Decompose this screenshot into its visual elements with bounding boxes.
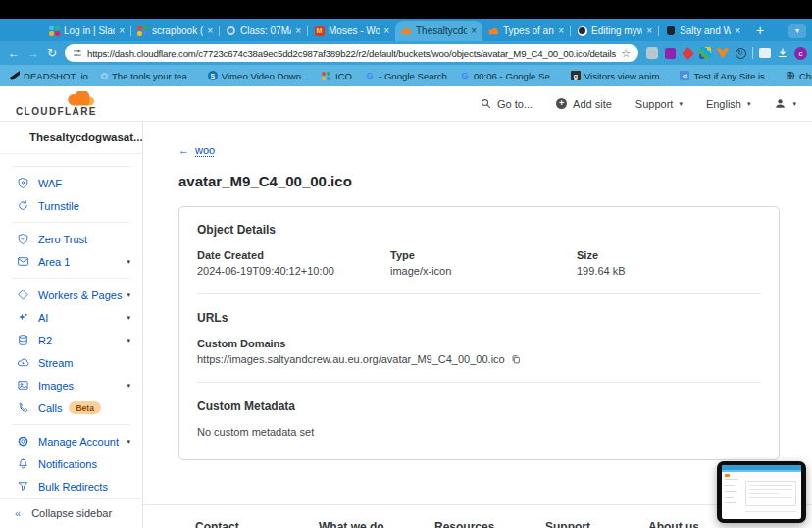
side-panel-icon[interactable] (759, 48, 771, 58)
bookmark-visitors[interactable]: gVisitors view anim... (571, 71, 668, 81)
copy-icon[interactable] (511, 354, 521, 365)
bookmark-test-site[interactable]: ctTest if Any Site is... (680, 71, 773, 81)
screenshot-extension-icon[interactable] (646, 47, 658, 59)
beta-badge: Beta (69, 401, 100, 414)
tab-scrapbook[interactable]: scrapbook (Chan × (131, 21, 219, 41)
url-text: https://dash.cloudflare.com/c7723c674c38… (87, 48, 616, 59)
chevron-down-icon: ▾ (747, 100, 751, 108)
date-created-label: Date Created (197, 249, 390, 261)
visitors-icon: g (571, 71, 581, 80)
sidebar-item-bulk-redirects[interactable]: Bulk Redirects (0, 475, 142, 498)
red-diamond-extension-icon[interactable] (682, 47, 694, 60)
chevron-down-icon[interactable]: ▾ (127, 291, 130, 299)
footer-heading: Resources (434, 520, 545, 528)
cloudflare-logo[interactable]: CLOUDFLARE (16, 91, 97, 117)
tab-cloudflare-active[interactable]: Thesaltycdogwa × (395, 21, 482, 41)
sidebar-item-area1[interactable]: Area 1 ▾ (0, 250, 142, 273)
sidebar-item-ai[interactable]: AI ▾ (0, 306, 142, 329)
screen-share-pip-window[interactable] (717, 461, 806, 523)
search-icon (481, 98, 491, 109)
moses-favicon: M (314, 26, 325, 36)
custom-metadata-empty: No custom metadata set (197, 426, 761, 438)
bookmark-ico[interactable]: ICO (322, 71, 352, 81)
cloudflare-favicon (488, 26, 499, 36)
github-favicon (577, 26, 587, 36)
bookmark-vimeo[interactable]: SVimeo Video Down... (208, 71, 309, 81)
tab-slack[interactable]: Log in | Slack × (43, 21, 130, 41)
bookmark-tools[interactable]: The tools your tea... (101, 71, 195, 81)
bookmark-google-search[interactable]: G- Google Search (365, 71, 447, 81)
close-icon[interactable]: × (558, 26, 564, 36)
close-icon[interactable]: × (383, 26, 389, 36)
back-to-bucket-link[interactable]: ← woo (178, 144, 812, 156)
page-title: avatar_M9_C4_00_00.ico (178, 173, 812, 189)
diamond-icon (16, 289, 29, 302)
footer-heading: Support (545, 520, 648, 528)
image-icon (16, 379, 29, 393)
close-icon[interactable]: × (295, 26, 301, 36)
chevron-down-icon[interactable]: ▾ (127, 438, 130, 446)
tab-moses[interactable]: M Moses - World H × (308, 21, 395, 41)
metamask-extension-icon[interactable] (717, 48, 729, 59)
chevron-down-icon[interactable]: ▾ (127, 258, 130, 266)
account-name[interactable]: Thesaltycdogwasat... (0, 122, 142, 154)
sidebar-item-manage-account[interactable]: Manage Account ▾ (0, 430, 142, 452)
bookmark-star-icon[interactable]: ☆ (621, 47, 631, 60)
sidebar-item-stream[interactable]: Stream (0, 351, 142, 374)
downloads-icon[interactable] (777, 47, 788, 59)
main-content: ← woo avatar_M9_C4_00_00.ico Object Deta… (143, 122, 812, 528)
user-menu[interactable]: ▾ (774, 97, 796, 110)
tab-title: Thesaltycdogwa (416, 26, 467, 36)
goto-search[interactable]: Go to... (481, 98, 533, 110)
site-settings-icon[interactable] (73, 48, 82, 58)
close-icon[interactable]: × (471, 26, 477, 36)
address-bar[interactable]: https://dash.cloudflare.com/c7723c674c38… (65, 44, 638, 62)
date-created-value: 2024-06-19T09:40:12+10:00 (197, 265, 390, 277)
slack-favicon (49, 26, 60, 36)
gear-icon (16, 435, 29, 449)
add-site-button[interactable]: + Add site (556, 98, 612, 110)
tab-github[interactable]: Editing mywebpa × (571, 21, 658, 41)
tab-search-chevron-button[interactable]: ▾ (788, 24, 806, 38)
close-icon[interactable]: × (119, 26, 125, 36)
history-extension-icon[interactable]: ↻ (736, 48, 746, 59)
bookmark-china-firewall[interactable]: China Firewall Test... (786, 71, 812, 81)
tab-class[interactable]: Class: 07MAT4 | × (220, 21, 307, 41)
close-icon[interactable]: × (735, 26, 740, 36)
back-icon[interactable]: ← (8, 47, 20, 59)
shield-check-icon (16, 233, 29, 246)
page-footer: Contact Contact support↗ What we do Plan… (143, 504, 812, 528)
sidebar-item-r2[interactable]: R2 ▾ (0, 329, 142, 351)
pip-mini-page (722, 465, 801, 519)
mosaic-extension-icon[interactable] (699, 47, 711, 59)
chevron-down-icon[interactable]: ▾ (127, 382, 130, 390)
vimeo-icon: S (208, 71, 218, 80)
close-icon[interactable]: × (207, 26, 213, 36)
type-label: Type (390, 249, 577, 261)
sidebar-item-images[interactable]: Images ▾ (0, 374, 142, 396)
profile-avatar[interactable]: c (794, 47, 807, 60)
chevron-down-icon[interactable]: ▾ (127, 314, 130, 322)
sidebar-item-notifications[interactable]: Notifications (0, 452, 142, 475)
chevron-down-icon[interactable]: ▾ (127, 337, 130, 344)
new-tab-button[interactable]: + (756, 23, 764, 38)
tab-title: Log in | Slack (64, 26, 115, 36)
sidebar-item-workers-pages[interactable]: Workers & Pages ▾ (0, 284, 142, 306)
collapse-sidebar-button[interactable]: « Collapse sidebar (0, 498, 142, 528)
tab-salty-wills[interactable]: Salty and Wills's × (659, 21, 746, 41)
tab-types-of-analytics[interactable]: Types of analytic × (482, 21, 570, 41)
bookmark-google-search-2[interactable]: G00:06 - Google Se... (460, 71, 558, 81)
sidebar-item-zero-trust[interactable]: Zero Trust (0, 228, 142, 250)
language-menu[interactable]: English ▾ (706, 98, 751, 110)
sidebar-item-turnstile[interactable]: Turnstile (0, 194, 142, 217)
support-menu[interactable]: Support ▾ (635, 98, 683, 110)
bookmark-deadshot[interactable]: DEADSHOT .io (10, 71, 88, 81)
sidebar-item-calls[interactable]: Calls Beta (0, 396, 142, 419)
brand-name: CLOUDFLARE (16, 107, 97, 117)
forward-icon[interactable]: → (27, 47, 39, 59)
size-value: 199.64 kB (577, 265, 761, 277)
reload-icon[interactable]: ↻ (47, 47, 57, 59)
close-icon[interactable]: × (646, 26, 652, 36)
sidebar-item-waf[interactable]: WAF (0, 172, 142, 194)
purple-extension-icon[interactable] (665, 48, 676, 59)
